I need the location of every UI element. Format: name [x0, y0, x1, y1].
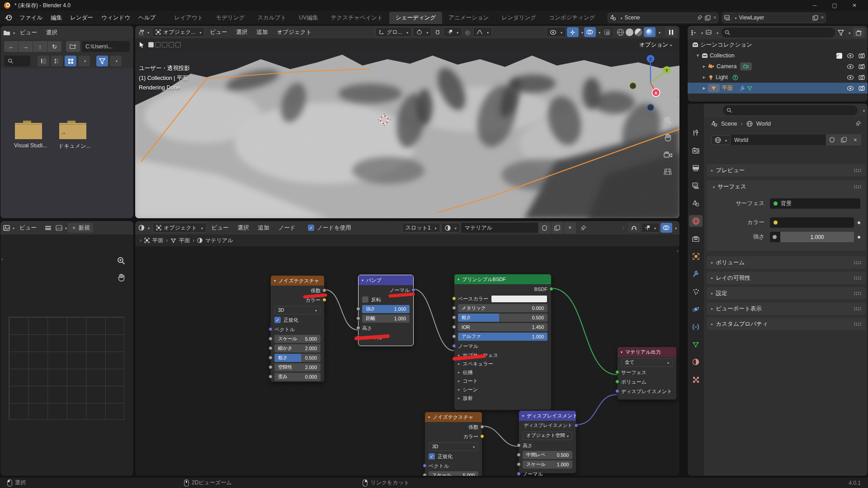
surface-shader-field[interactable]: 背景: [770, 198, 860, 209]
node-noise-texture-1[interactable]: ノイズテクスチャ 係数 カラー 3D 正規化 ベクトル スケール5.000 細か…: [270, 275, 325, 382]
normalize-checkbox[interactable]: [274, 317, 281, 323]
tab-world[interactable]: [689, 215, 703, 227]
base-color-swatch[interactable]: [491, 295, 547, 303]
node-noise-texture-2[interactable]: ノイズテクスチャ 係数 カラー 3D 正規化 ベクトル スケール5.000: [425, 412, 482, 476]
pivot-point-dropdown[interactable]: [413, 27, 432, 37]
panel-volume[interactable]: ボリューム: [707, 256, 866, 269]
workspace-tab-rendering[interactable]: レンダリング: [495, 12, 542, 24]
display-settings-dropdown[interactable]: [78, 56, 90, 66]
node-displacement[interactable]: ディスプレイスメント ディスプレイスメント オブジェクト空間 高さ 中間レベ0.…: [519, 410, 576, 474]
node-material-output[interactable]: マテリアル出力 全て サーフェス ボリューム ディスプレイスメント: [617, 347, 677, 400]
path-field[interactable]: C:\Users\...: [82, 41, 130, 52]
panel-grip-icon[interactable]: [854, 322, 861, 326]
viewport-grid-icon[interactable]: [662, 166, 673, 177]
disclosure-triangle[interactable]: ►: [702, 75, 706, 80]
panel-ray-visibility[interactable]: レイの可視性: [707, 272, 866, 284]
tab-physics[interactable]: [689, 303, 703, 315]
viewport-menu-object[interactable]: オブジェクト: [273, 27, 316, 38]
outliner-filter-icon[interactable]: [838, 30, 844, 36]
panel-settings[interactable]: 設定: [707, 287, 866, 300]
browse-material-dropdown[interactable]: [441, 223, 460, 233]
socket-volume-input[interactable]: [615, 380, 619, 384]
folder-item[interactable]: Visual Studi...: [14, 119, 47, 149]
disclosure-triangle[interactable]: ►: [702, 86, 706, 90]
new-copy-icon[interactable]: [705, 15, 711, 21]
disp-scale-slider[interactable]: スケール1.000: [523, 460, 572, 469]
workspace-tab-shading[interactable]: シェーディング: [389, 12, 442, 24]
disable-render-camera-icon[interactable]: [859, 53, 865, 58]
pause-render-button[interactable]: [665, 27, 677, 37]
snap-target-dropdown[interactable]: [641, 223, 660, 233]
socket-displacement-output[interactable]: [574, 423, 578, 427]
properties-options-dropdown[interactable]: [861, 107, 865, 113]
display-vertical-list-icon[interactable]: [38, 56, 49, 66]
editor-type-shader-icon[interactable]: [138, 225, 145, 231]
new-material-copy-icon[interactable]: [552, 222, 563, 234]
menu-file[interactable]: ファイル: [15, 13, 47, 23]
panel-grip-icon[interactable]: [854, 261, 861, 265]
socket-vector-input[interactable]: [423, 464, 427, 468]
new-collection-button[interactable]: [853, 28, 865, 38]
noise-scale-slider[interactable]: スケール5.000: [274, 335, 321, 343]
mode-dropdown[interactable]: オブジェク...: [152, 27, 205, 37]
socket-displacement-input[interactable]: [615, 389, 619, 393]
image-menu-view[interactable]: ビュー: [15, 223, 41, 233]
section-subsurface[interactable]: サブサーフェス: [458, 351, 547, 359]
sidebar-toggle-arrow[interactable]: ‹: [677, 94, 679, 99]
tab-object[interactable]: [689, 250, 703, 262]
new-image-button[interactable]: ＋ 新規: [68, 223, 93, 233]
breadcrumb-expand-arrow[interactable]: ›: [140, 237, 142, 244]
select-mode-subtract-icon[interactable]: [162, 42, 167, 47]
outliner-display-mode-icon[interactable]: [706, 30, 712, 36]
viewport-menu-add[interactable]: 追加: [253, 27, 272, 38]
tab-scene[interactable]: [689, 197, 703, 209]
color-socket-field[interactable]: [770, 217, 854, 228]
pin-icon[interactable]: [697, 15, 703, 20]
sidebar-toggle-arrow[interactable]: ‹: [677, 248, 679, 253]
file-search-input[interactable]: [4, 56, 30, 66]
workspace-tab-uv[interactable]: UV編集: [292, 12, 324, 24]
overlays-dropdown[interactable]: [597, 29, 600, 35]
editor-type-file-icon[interactable]: [3, 30, 10, 36]
hide-eye-icon[interactable]: [847, 53, 854, 58]
display-horizontal-list-icon[interactable]: [51, 56, 63, 66]
shader-menu-add[interactable]: 追加: [254, 223, 274, 233]
back-button[interactable]: ←: [4, 41, 18, 52]
midlevel-slider[interactable]: 中間レベ0.500: [523, 451, 572, 459]
noise-scale-slider[interactable]: スケール5.000: [429, 471, 478, 476]
shading-solid-button[interactable]: [626, 28, 633, 36]
tab-modifiers[interactable]: [689, 268, 703, 280]
shading-rendered-button[interactable]: [644, 27, 656, 37]
shader-menu-select[interactable]: 選択: [234, 223, 253, 233]
fake-user-shield-icon[interactable]: [539, 222, 551, 234]
viewport-menu-select[interactable]: 選択: [232, 27, 252, 38]
strength-slider[interactable]: 1.000: [780, 232, 854, 242]
blender-menu-icon[interactable]: [5, 14, 13, 21]
editor-pan-hand-icon[interactable]: [118, 273, 125, 282]
properties-search-input[interactable]: [723, 105, 858, 115]
shader-menu-node[interactable]: ノード: [274, 223, 300, 233]
outliner-row-camera[interactable]: ► Camera: [688, 61, 868, 72]
new-folder-button[interactable]: [66, 41, 80, 52]
shading-dropdown[interactable]: [657, 29, 660, 35]
snap-magnet-icon[interactable]: Ω: [433, 29, 443, 35]
socket-normal-input[interactable]: [356, 335, 360, 339]
disclosure-triangle[interactable]: ▼: [696, 53, 700, 58]
disable-render-camera-icon[interactable]: [859, 64, 865, 69]
outliner-row-collection[interactable]: ▼ Collection ✓: [688, 50, 868, 61]
bump-distance-slider[interactable]: 距離1.000: [362, 314, 410, 323]
socket-normal-input[interactable]: [452, 344, 456, 348]
ior-slider[interactable]: IOR1.450: [458, 323, 547, 331]
menu-edit[interactable]: 編集: [47, 13, 66, 23]
unlink-world-icon[interactable]: ×: [849, 134, 861, 145]
socket-fac-output[interactable]: [480, 425, 484, 429]
refresh-button[interactable]: ↻: [47, 41, 61, 52]
node-principled-bsdf[interactable]: プリンシプルBSDF BSDF ベースカラー メタリック0.000 粗さ0.50…: [454, 274, 552, 410]
noise-dimensions-dropdown[interactable]: 3D: [429, 442, 478, 451]
tab-texture[interactable]: [689, 374, 703, 385]
viewport-menu-view[interactable]: ビュー: [206, 27, 231, 38]
editor-type-viewport-icon[interactable]: [138, 29, 145, 35]
editor-type-outliner-icon[interactable]: [690, 30, 697, 36]
menu-window[interactable]: ウィンドウ: [97, 13, 134, 23]
tab-constraints[interactable]: [689, 321, 703, 333]
